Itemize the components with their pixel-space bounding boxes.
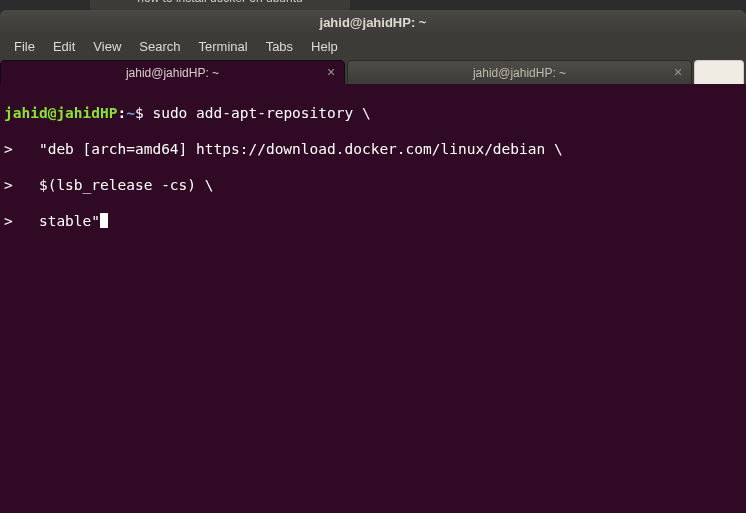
prompt-colon: : [118, 105, 127, 121]
continuation-prompt: > [4, 213, 13, 229]
menu-view[interactable]: View [85, 37, 129, 56]
menu-file[interactable]: File [6, 37, 43, 56]
terminal-line-1: jahid@jahidHP:~$ sudo add-apt-repository… [4, 104, 742, 122]
menu-bar: File Edit View Search Terminal Tabs Help [0, 34, 746, 58]
menu-edit[interactable]: Edit [45, 37, 83, 56]
prompt-path: ~ [126, 105, 135, 121]
terminal-line-4: > stable" [4, 212, 742, 230]
prompt-userhost: jahid@jahidHP [4, 105, 118, 121]
terminal-viewport[interactable]: jahid@jahidHP:~$ sudo add-apt-repository… [0, 84, 746, 513]
window-titlebar: jahid@jahidHP: ~ [0, 10, 746, 34]
command-text: $(lsb_release -cs) \ [13, 177, 214, 193]
menu-tabs[interactable]: Tabs [258, 37, 301, 56]
cursor-block [100, 213, 108, 228]
tab-label: jahid@jahidHP: ~ [126, 66, 219, 80]
tabs-bar: jahid@jahidHP: ~ × jahid@jahidHP: ~ × [0, 58, 746, 84]
continuation-prompt: > [4, 177, 13, 193]
close-icon[interactable]: × [324, 65, 338, 79]
command-text: "deb [arch=amd64] https://download.docke… [13, 141, 563, 157]
prompt-symbol: $ [135, 105, 144, 121]
new-tab-area[interactable] [694, 60, 744, 84]
menu-help[interactable]: Help [303, 37, 346, 56]
command-text: stable" [13, 213, 100, 229]
command-text: sudo add-apt-repository \ [144, 105, 371, 121]
background-tab-label: how to install docker on ubuntu [137, 0, 302, 5]
window-title: jahid@jahidHP: ~ [320, 15, 427, 30]
continuation-prompt: > [4, 141, 13, 157]
tab-label: jahid@jahidHP: ~ [473, 66, 566, 80]
menu-terminal[interactable]: Terminal [191, 37, 256, 56]
terminal-tab-1[interactable]: jahid@jahidHP: ~ × [0, 60, 345, 84]
terminal-line-3: > $(lsb_release -cs) \ [4, 176, 742, 194]
menu-search[interactable]: Search [131, 37, 188, 56]
close-icon[interactable]: × [671, 65, 685, 79]
terminal-line-2: > "deb [arch=amd64] https://download.doc… [4, 140, 742, 158]
terminal-tab-2[interactable]: jahid@jahidHP: ~ × [347, 60, 692, 84]
